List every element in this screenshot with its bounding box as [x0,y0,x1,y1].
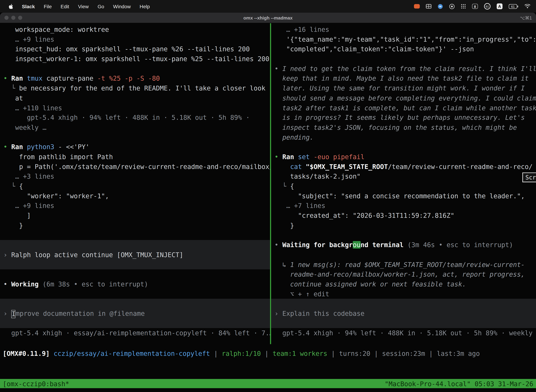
text-segment: session:23m [382,350,425,357]
terminal-line: • Ran python3 - <<'PY' [3,142,270,152]
terminal-line: … +9 lines [3,201,270,211]
omx-status-line: [OMX#0.11.9] cczip/essay/ai-reimplementa… [3,349,536,359]
terminal-line: inspect_hud: omx sparkshell --tmux-pane … [3,44,270,54]
terminal-line: "subject": "send a concise recommendatio… [274,191,536,201]
text-segment: ou [353,241,360,249]
stage: Slack File Edit View Go Window Help 8 61 [0,0,536,392]
terminal-line: ↳ 1 new msg(s): read $OMX_TEAM_STATE_ROO… [274,260,536,269]
text-segment: Ran [11,75,27,82]
terminal-line: └ { [3,181,270,191]
menu-go[interactable]: Go [93,0,109,13]
battery-gauge-icon[interactable]: 61 [484,3,491,9]
text-segment: └ [3,84,19,92]
text-segment: "subject": "send a concise recommendatio… [274,192,525,200]
terminal-line: '{"team_name":"my-team","task_id":"1","f… [274,34,536,44]
text-segment: last:3m ago [437,350,480,357]
keypad-icon[interactable]: 8 [472,4,478,9]
menu-bar-status-icons: 8 61 A 61 [414,3,536,9]
tmux-pane-left[interactable]: workspace_mode: worktree … +9 lines insp… [0,23,270,344]
prompt-suggestion[interactable]: › Explain this codebase [271,299,536,328]
apple-menu-icon[interactable] [5,3,17,9]
ralph-loop-banner[interactable]: › Ralph loop active continue [OMX_TMUX_I… [0,240,270,269]
terminal-line: gpt-5.4 xhigh · 94% left · 488K in · 5.1… [274,328,536,338]
terminal-line: pending. [274,132,536,142]
zoom-button[interactable] [18,16,22,20]
terminal-line [274,250,536,260]
text-segment: turns:20 [339,350,370,357]
wifi-icon[interactable] [524,4,531,9]
text-segment: └ [3,182,19,190]
text-segment: … +16 lines [274,26,329,33]
text-segment: Ran [11,143,27,151]
prompt-input[interactable]: › Improve documentation in @filename [0,299,270,328]
terminal-line: … +16 lines [274,25,536,34]
terminal-line: gpt-5.4 xhigh · essay/ai-reimplementatio… [3,328,270,338]
menu-window[interactable]: Window [109,0,135,13]
text-segment: … +9 lines [3,202,54,210]
text-segment: "completed","claim_token":"claim-token"}… [274,45,474,53]
terminal-line: weekly … [3,123,270,132]
text-segment: mprove documentation in @filename [16,310,145,317]
app-menu-slack[interactable]: Slack [17,0,39,13]
terminal-line [3,132,270,142]
terminal-line: └ { [274,181,536,191]
text-segment: task2 after task1 is complete, but can I… [274,104,536,112]
terminal-line: "created_at": "2026-03-31T11:59:27.816Z" [274,210,536,220]
text-segment: | [327,350,339,357]
tmux-status-bar: [omx-cczip0:bash* "MacBook-Pro-44.local"… [0,379,536,388]
text-segment: … +7 lines [274,202,325,210]
terminal-line: gpt-5.4 xhigh · 94% left · 488K in · 5.1… [3,113,270,123]
text-segment: inspect_worker-1: omx sparkshell --tmux-… [3,55,269,62]
menu-file[interactable]: File [39,0,56,13]
text-segment: is in progress? It seems likely but perh… [274,114,525,121]
terminal-line [3,289,270,299]
text-segment: | [425,350,437,357]
text-segment: continue assigned work or next feasible … [274,280,466,288]
text-segment: capture-pane [43,75,97,82]
text-segment: later. Using the same for transition mig… [274,84,525,92]
text-segment: '{"team_name":"my-team","task_id":"1","f… [274,36,536,43]
battery-percent-label: 61 [511,5,515,8]
dark-circle-app-icon[interactable] [449,4,455,9]
terminal-line: tasks/task-2.json" [274,171,536,181]
terminal-line [274,230,536,240]
input-source-icon[interactable]: A [497,3,502,9]
terminal-line [274,54,536,64]
terminal-content: workspace_mode: worktree … +9 lines insp… [0,23,536,392]
window-grid-icon[interactable] [426,4,431,9]
text-segment: … +9 lines [3,36,54,43]
text-segment: • [274,153,282,160]
terminal-line: } [3,220,270,230]
text-segment: "$OMX_TEAM_STATE_ROOT [306,163,388,170]
terminal-line: ⌥ + ↑ edit [274,289,536,299]
text-segment: ↳ 1 new msg(s): read $OMX_TEAM_STATE_ROO… [274,261,525,268]
text-segment: weekly … [3,123,46,131]
terminal-line: … +3 lines [3,171,270,181]
screen-recording-icon[interactable] [414,4,420,9]
text-segment: Waiting for backgr [282,241,353,249]
text-segment: › Explain this codebase [274,310,364,317]
terminal-line: • I need to get the claim token from the… [274,64,536,74]
battery-icon[interactable]: 61 [509,4,518,9]
text-segment: nd terminal [360,241,404,249]
text-segment: • [3,143,11,151]
menu-edit[interactable]: Edit [56,0,73,13]
text-segment: /team/review-current-readme-and-reco/ [388,163,533,170]
close-button[interactable] [5,16,9,20]
text-segment: set [298,153,310,160]
dots-grid-icon[interactable] [461,4,466,9]
minimize-button[interactable] [11,16,15,20]
terminal-line: task2 after task1 is complete, but can I… [274,103,536,113]
text-segment: | [261,350,273,357]
text-segment: "worker": "worker-1", [3,192,109,200]
text-segment: p = Path('.omx/state/team/review-current… [3,163,270,170]
window-titlebar[interactable]: omx --xhigh --madmax ⌥⌘1 [0,13,536,23]
text-segment: gpt-5.4 xhigh · 94% left · 488K in · 5.1… [3,114,250,121]
menu-view[interactable]: View [73,0,93,13]
blue-app-icon[interactable] [438,4,443,9]
menu-help[interactable]: Help [135,0,154,13]
text-segment: } [3,221,23,229]
text-segment: gpt-5.4 xhigh · 94% left · 488K in · 5.1… [274,329,536,337]
terminal-line: … +7 lines [274,201,536,211]
tmux-pane-right[interactable]: … +16 lines '{"team_name":"my-team","tas… [271,23,536,344]
